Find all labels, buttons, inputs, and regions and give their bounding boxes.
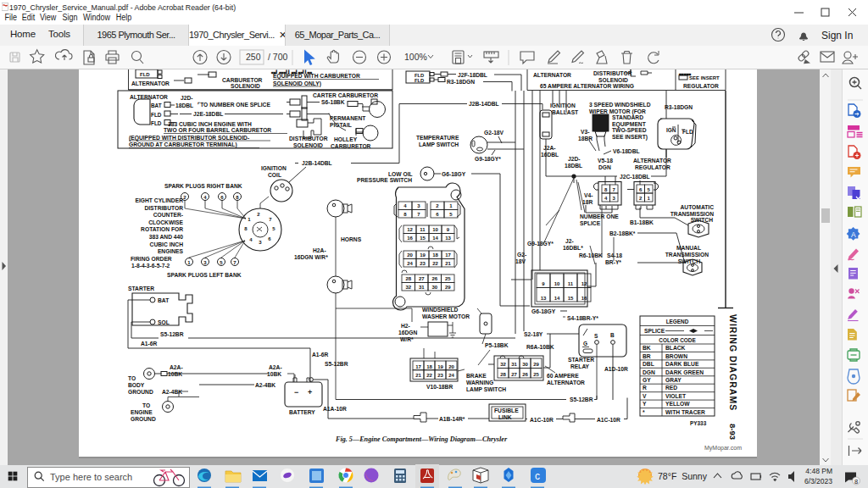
svg-text:1: 1 xyxy=(187,260,191,265)
svg-text:4: 4 xyxy=(203,195,207,200)
svg-text:J2F-18DBL: J2F-18DBL xyxy=(458,72,487,78)
svg-text:PERMANENT: PERMANENT xyxy=(330,115,366,121)
svg-text:WIRING DIAGRAMS: WIRING DIAGRAMS xyxy=(728,314,738,411)
svg-text:8: 8 xyxy=(244,226,248,231)
svg-text:WARNING: WARNING xyxy=(466,380,493,385)
svg-text:B1-18BK: B1-18BK xyxy=(630,219,654,225)
svg-text:18BR: 18BR xyxy=(578,136,593,141)
svg-text:1: 1 xyxy=(648,196,651,201)
svg-text:COUNTER-: COUNTER- xyxy=(153,212,183,218)
svg-text:R: R xyxy=(643,385,647,391)
svg-text:−: − xyxy=(294,388,298,396)
svg-text:YELLOW: YELLOW xyxy=(665,401,690,407)
svg-text:5: 5 xyxy=(449,212,453,217)
svg-text:SWITCH: SWITCH xyxy=(678,258,701,264)
svg-text:4: 4 xyxy=(249,237,253,242)
svg-text:W/R*: W/R* xyxy=(400,336,414,342)
svg-text:Y: Y xyxy=(643,401,647,407)
svg-text:(EQUIPPED WITH DISTRIBUTOR SOL: (EQUIPPED WITH DISTRIBUTOR SOLENOID- xyxy=(129,135,249,141)
svg-text:6: 6 xyxy=(639,187,643,192)
svg-text:18V: 18V xyxy=(515,258,526,264)
svg-text:32: 32 xyxy=(500,362,506,367)
svg-text:SOL: SOL xyxy=(158,319,170,325)
svg-text:17: 17 xyxy=(445,252,451,258)
svg-text:FLD: FLD xyxy=(151,112,162,118)
svg-text:V4-: V4- xyxy=(584,192,593,198)
svg-text:16DBL: 16DBL xyxy=(541,152,559,158)
svg-text:STARTER: STARTER xyxy=(128,286,154,291)
svg-text:COIL: COIL xyxy=(268,172,281,178)
svg-text:6: 6 xyxy=(436,212,439,217)
svg-text:R3-18DGN: R3-18DGN xyxy=(447,79,475,85)
svg-text:G9-18GY*: G9-18GY* xyxy=(475,156,501,162)
svg-text:TWO-SPEED: TWO-SPEED xyxy=(612,127,647,133)
svg-text:TWO OR FOUR BARREL CARBURETOR: TWO OR FOUR BARREL CARBURETOR xyxy=(164,127,271,133)
svg-text:21: 21 xyxy=(445,261,451,266)
svg-text:VIOLET: VIOLET xyxy=(665,393,687,399)
svg-text:CLOCKWISE: CLOCKWISE xyxy=(148,219,183,225)
svg-text:1: 1 xyxy=(449,203,453,208)
svg-text:20: 20 xyxy=(448,364,454,369)
svg-text:V5-18: V5-18 xyxy=(598,158,613,164)
svg-text:BODY: BODY xyxy=(128,382,145,388)
svg-text:27: 27 xyxy=(511,372,517,377)
svg-text:⌜TO NUMBER ONE SPLICE: ⌜TO NUMBER ONE SPLICE xyxy=(198,102,270,108)
svg-text:EQUIPPED WITH CARBURETOR: EQUIPPED WITH CARBURETOR xyxy=(273,73,360,80)
svg-text:H2A-: H2A- xyxy=(313,247,326,253)
svg-text:3: 3 xyxy=(417,203,420,208)
svg-text:PRESSURE SWITCH: PRESSURE SWITCH xyxy=(357,177,412,183)
svg-text:16DBL*: 16DBL* xyxy=(563,245,583,251)
svg-text:18DBL: 18DBL xyxy=(565,163,582,169)
svg-text:9: 9 xyxy=(542,281,545,286)
svg-text:FUSIBLE: FUSIBLE xyxy=(494,408,519,413)
svg-text:14: 14 xyxy=(554,296,560,301)
svg-text:EIGHT CYLINDER: EIGHT CYLINDER xyxy=(136,197,184,203)
svg-text:CARTER CARBURETOR: CARTER CARBURETOR xyxy=(313,92,378,98)
svg-text:GROUND: GROUND xyxy=(128,389,153,395)
svg-text:G: G xyxy=(583,341,587,347)
svg-text:8: 8 xyxy=(854,478,858,485)
svg-text:15: 15 xyxy=(568,296,574,301)
svg-text:12: 12 xyxy=(407,227,413,232)
svg-text:SPARK PLUGS RIGHT BANK: SPARK PLUGS RIGHT BANK xyxy=(164,183,242,189)
svg-text:18R: 18R xyxy=(582,199,593,205)
svg-text:100%: 100% xyxy=(404,52,427,62)
svg-text:/ 700: / 700 xyxy=(268,52,288,62)
svg-text:25: 25 xyxy=(445,276,451,281)
svg-text:S4-18BR-Y*: S4-18BR-Y* xyxy=(567,315,598,321)
svg-text:15: 15 xyxy=(420,236,426,241)
svg-text:c: c xyxy=(535,470,540,482)
svg-text:LEGEND: LEGEND xyxy=(666,319,689,324)
svg-text:3: 3 xyxy=(259,240,262,245)
svg-text:65 AMPERE ALTERNATOR WIRING: 65 AMPERE ALTERNATOR WIRING xyxy=(540,83,634,89)
svg-text:ALTERNATOR: ALTERNATOR xyxy=(131,80,170,86)
svg-text:7: 7 xyxy=(417,212,420,217)
svg-text:J2-: J2- xyxy=(565,238,574,244)
svg-text:V6-18DBL: V6-18DBL xyxy=(613,148,640,154)
svg-text:NUMBER ONE: NUMBER ONE xyxy=(580,214,619,219)
svg-text:COLOR CODE: COLOR CODE xyxy=(659,337,696,343)
svg-text:DISTRIBUTOR: DISTRIBUTOR xyxy=(289,136,328,141)
svg-text:BR: BR xyxy=(643,353,651,359)
svg-text:19: 19 xyxy=(437,364,443,369)
svg-text:60 AMPERE: 60 AMPERE xyxy=(547,373,579,379)
svg-text:Fig. 5—Engine Compartment—Wiri: Fig. 5—Engine Compartment—Wiring Diagram… xyxy=(335,435,508,443)
svg-text:14: 14 xyxy=(432,236,438,241)
svg-text:13: 13 xyxy=(445,236,451,241)
svg-text:DGN: DGN xyxy=(643,369,655,375)
svg-text:22: 22 xyxy=(426,373,432,378)
svg-text:FIRING ORDER: FIRING ORDER xyxy=(131,256,172,262)
svg-text:TRANSMISSION: TRANSMISSION xyxy=(670,211,714,217)
svg-text:11: 11 xyxy=(420,227,426,232)
svg-text:7: 7 xyxy=(233,260,236,265)
svg-text:V: V xyxy=(643,393,647,399)
svg-text:S5-12BR: S5-12BR xyxy=(570,396,593,402)
svg-text:10: 10 xyxy=(432,227,438,232)
svg-text:SEE INSERT): SEE INSERT) xyxy=(612,134,648,141)
svg-text:10BK: 10BK xyxy=(267,371,281,377)
svg-text:29: 29 xyxy=(533,362,539,367)
svg-text:ALTERNATOR: ALTERNATOR xyxy=(547,380,585,385)
svg-text:ENGINE: ENGINE xyxy=(131,409,153,415)
svg-text:B: B xyxy=(610,332,615,338)
svg-text:G2-: G2- xyxy=(517,252,526,258)
